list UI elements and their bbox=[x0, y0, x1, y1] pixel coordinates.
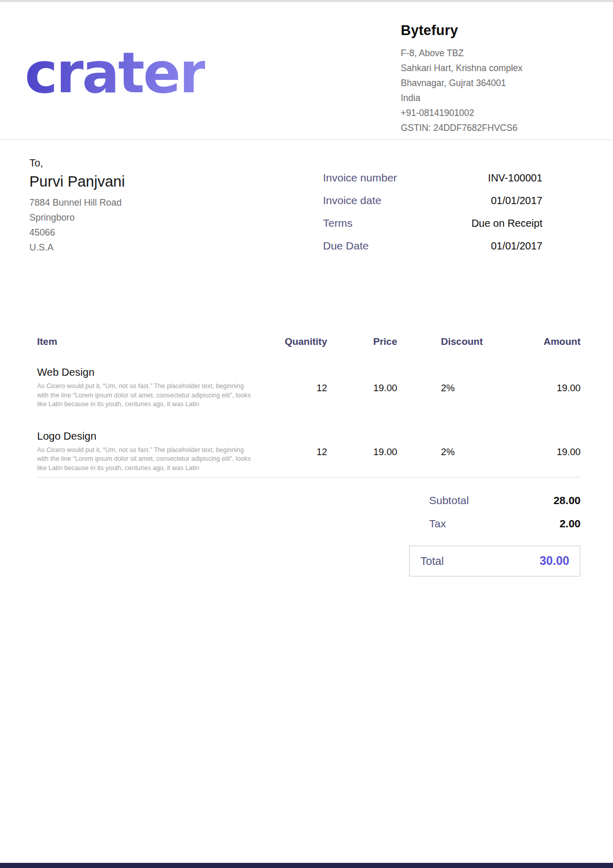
page-bottom-bar bbox=[0, 863, 613, 868]
terms-label: Terms bbox=[323, 217, 352, 229]
item-details: Web Design As Cicero would put it, “Um, … bbox=[37, 366, 252, 409]
customer-address-line: Springboro bbox=[29, 210, 246, 225]
item-price: 19.00 bbox=[327, 366, 397, 409]
invoice-page: crater Bytefury F-8, Above TBZ Sahkari H… bbox=[0, 0, 613, 868]
item-quantity: 12 bbox=[252, 430, 327, 473]
item-description: As Cicero would put it, “Um, not so fast… bbox=[37, 382, 251, 409]
company-phone: +91-08141901002 bbox=[401, 106, 592, 121]
invoice-date-label: Invoice date bbox=[323, 194, 381, 207]
customer-name: Purvi Panjvani bbox=[29, 173, 246, 190]
customer-address-line: U.S.A bbox=[29, 240, 246, 255]
customer-address-line: 7884 Bunnel Hill Road bbox=[29, 195, 246, 210]
due-date-value: 01/01/2017 bbox=[491, 240, 542, 252]
company-address-line: Bhavnagar, Gujrat 364001 bbox=[401, 76, 592, 91]
column-header-quantity: Quanitity bbox=[252, 336, 327, 347]
item-quantity: 12 bbox=[252, 366, 327, 409]
tax-value: 2.00 bbox=[559, 518, 581, 530]
subtotal-label: Subtotal bbox=[429, 494, 469, 507]
total-box: Total 30.00 bbox=[409, 545, 581, 577]
total-value: 30.00 bbox=[539, 554, 569, 568]
bill-to-label: To, bbox=[29, 157, 246, 169]
table-row: Logo Design As Cicero would put it, “Um,… bbox=[37, 430, 581, 473]
invoice-header: crater Bytefury F-8, Above TBZ Sahkari H… bbox=[0, 2, 613, 140]
terms-value: Due on Receipt bbox=[471, 218, 542, 229]
column-header-item: Item bbox=[37, 336, 252, 347]
item-name: Logo Design bbox=[37, 430, 252, 442]
item-discount: 2% bbox=[397, 430, 497, 473]
item-name: Web Design bbox=[37, 366, 252, 378]
item-amount: 19.00 bbox=[497, 430, 581, 473]
company-address-line: India bbox=[401, 91, 592, 106]
bill-to-section: To, Purvi Panjvani 7884 Bunnel Hill Road… bbox=[29, 157, 246, 255]
tax-label: Tax bbox=[429, 518, 446, 530]
total-label: Total bbox=[420, 555, 444, 568]
column-header-price: Price bbox=[327, 336, 397, 347]
invoice-number-value: INV-100001 bbox=[488, 172, 542, 184]
invoice-date-value: 01/01/2017 bbox=[491, 195, 542, 207]
company-gstin: GSTIN: 24DDF7682FHVCS6 bbox=[401, 121, 592, 136]
invoice-number-label: Invoice number bbox=[323, 172, 397, 184]
company-address-line: F-8, Above TBZ bbox=[401, 46, 592, 61]
table-row: Web Design As Cicero would put it, “Um, … bbox=[37, 366, 581, 409]
invoice-date-row: Invoice date 01/01/2017 bbox=[323, 194, 542, 207]
tax-row: Tax 2.00 bbox=[429, 518, 581, 530]
item-amount: 19.00 bbox=[497, 366, 581, 409]
terms-row: Terms Due on Receipt bbox=[323, 217, 542, 229]
totals-divider bbox=[37, 477, 581, 478]
item-details: Logo Design As Cicero would put it, “Um,… bbox=[37, 430, 252, 473]
crater-logo: crater bbox=[25, 45, 205, 101]
company-info: Bytefury F-8, Above TBZ Sahkari Hart, Kr… bbox=[401, 21, 592, 136]
company-name: Bytefury bbox=[401, 23, 592, 39]
company-address-line: Sahkari Hart, Krishna complex bbox=[401, 61, 592, 76]
invoice-number-row: Invoice number INV-100001 bbox=[323, 172, 542, 184]
due-date-row: Due Date 01/01/2017 bbox=[323, 240, 542, 252]
items-table-header: Item Quanitity Price Discount Amount bbox=[37, 336, 581, 347]
items-table: Item Quanitity Price Discount Amount Web… bbox=[37, 336, 581, 493]
invoice-meta: Invoice number INV-100001 Invoice date 0… bbox=[323, 172, 542, 262]
totals-section: Subtotal 28.00 Tax 2.00 Total 30.00 bbox=[37, 477, 581, 577]
column-header-amount: Amount bbox=[497, 336, 581, 347]
item-description: As Cicero would put it, “Um, not so fast… bbox=[37, 446, 251, 473]
subtotal-value: 28.00 bbox=[553, 494, 581, 507]
column-header-discount: Discount bbox=[397, 336, 497, 347]
subtotal-row: Subtotal 28.00 bbox=[429, 494, 581, 507]
due-date-label: Due Date bbox=[323, 240, 369, 252]
item-discount: 2% bbox=[397, 366, 497, 409]
customer-address-line: 45066 bbox=[29, 225, 246, 240]
item-price: 19.00 bbox=[327, 430, 397, 473]
